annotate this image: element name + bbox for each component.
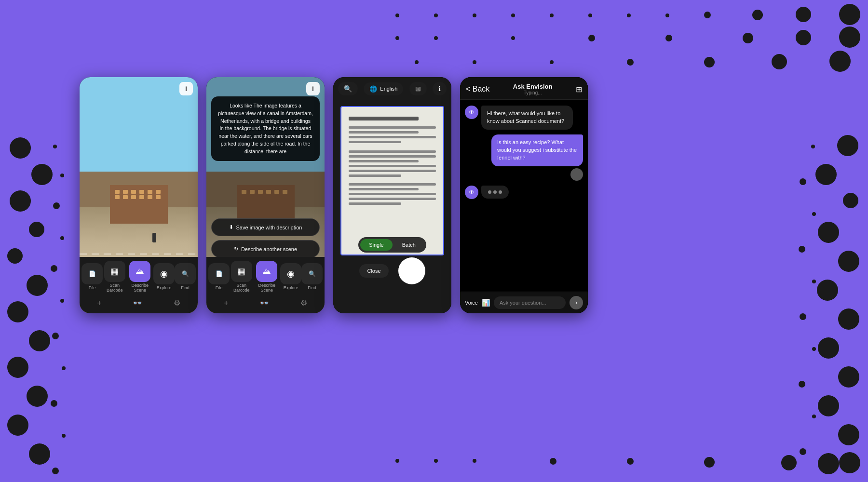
doc-line-4 <box>349 141 401 143</box>
typing-indicator: Typing... <box>489 90 576 95</box>
chat-input-field[interactable]: Ask your question... <box>494 296 566 309</box>
chat-app-title: Ask Envision <box>489 83 576 90</box>
typing-dot-2 <box>493 190 497 194</box>
settings-icon[interactable]: ⚙ <box>174 298 180 308</box>
doc-title-line <box>349 117 419 120</box>
phone4-content: < Back Ask Envision Typing... ⊞ 👁 Hi the… <box>460 77 588 313</box>
scan-icon-box[interactable]: ▦ <box>104 261 125 282</box>
file-icon-box[interactable]: 📄 <box>81 263 103 284</box>
phone3-content: 🔍 🌐 English ⊞ ℹ <box>333 77 451 313</box>
shutter-row: Close <box>359 257 425 284</box>
batch-mode-btn[interactable]: Batch <box>393 239 424 251</box>
chat-messages-area: 👁 Hi there, what would you like to know … <box>460 100 588 292</box>
language-button[interactable]: 🌐 English <box>364 82 403 95</box>
add-icon-2[interactable]: + <box>224 299 228 308</box>
building-windows <box>115 190 163 199</box>
received-bubble-1: Hi there, what would you like to know ab… <box>481 106 573 130</box>
nav-icons: 📄 File ▦ Scan Barcode ⛰ Describe Scene ◉… <box>81 261 196 293</box>
voice-wave-icon[interactable]: 📊 <box>482 299 490 307</box>
doc-line-13 <box>349 193 436 195</box>
add-icon[interactable]: + <box>97 299 101 308</box>
describe-label: Describe Scene <box>126 283 153 293</box>
explore-icon-box[interactable]: ◉ <box>153 263 175 284</box>
explore-lbl-2: Explore <box>284 285 298 290</box>
user-avatar <box>570 168 583 181</box>
phones-showcase: i 📄 File ▦ Scan Barcode ⛰ Describe Scene <box>80 77 588 313</box>
describe-another-button[interactable]: ↻ Describe another scene <box>211 240 320 258</box>
scan-lbl-2: Scan Barcode <box>230 283 253 293</box>
nav2-scan[interactable]: ▦ Scan Barcode <box>230 261 253 293</box>
nav2-find[interactable]: 🔍 Find <box>301 263 323 290</box>
find-lbl-2: Find <box>308 285 316 290</box>
back-button[interactable]: < Back <box>466 85 489 94</box>
nav2-file[interactable]: 📄 File <box>208 263 230 290</box>
phone-2-description: i Looks like The image features a pictur… <box>206 77 325 313</box>
building-element <box>110 185 168 224</box>
find-icon-2[interactable]: 🔍 <box>301 263 323 284</box>
describe-icon-box[interactable]: ⛰ <box>129 261 150 282</box>
typing-row: 👁 <box>465 186 583 199</box>
chat-settings-button[interactable]: ⊞ <box>576 85 582 94</box>
doc-line-6 <box>349 155 436 158</box>
close-camera-btn[interactable]: Close <box>359 264 388 278</box>
doc-line-7 <box>349 160 419 162</box>
globe-icon: 🌐 <box>369 85 377 93</box>
single-mode-btn[interactable]: Single <box>360 239 393 251</box>
scan-label: Scan Barcode <box>103 283 126 293</box>
info-button-2[interactable]: i <box>306 82 320 95</box>
scanner-bottom-controls: Single Batch Close <box>333 237 451 284</box>
filter-button[interactable]: ⊞ <box>409 82 427 95</box>
glasses-icon[interactable]: 👓 <box>133 298 142 308</box>
action-buttons: ⬇ Save image with description ↻ Describe… <box>211 218 320 258</box>
nav-item-find[interactable]: 🔍 Find <box>175 263 196 290</box>
file-lbl-2: File <box>216 285 223 290</box>
filter-icon: ⊞ <box>415 85 421 93</box>
zoom-icon: 🔍 <box>344 85 352 93</box>
nav-icons-2: 📄 File ▦ Scan Barcode ⛰ Describe Scene ◉… <box>208 261 323 293</box>
nav-item-explore[interactable]: ◉ Explore <box>153 263 175 290</box>
document-preview <box>340 106 444 255</box>
save-label: Save image with description <box>236 225 302 230</box>
nav-item-describe[interactable]: ⛰ Describe Scene <box>126 261 153 293</box>
doc-line-15 <box>349 202 401 205</box>
refresh-icon: ↻ <box>234 246 238 252</box>
info-button-3[interactable]: ℹ <box>433 82 447 95</box>
describe-lbl-2: Describe Scene <box>253 283 280 293</box>
bottom-sys-icons-2: + 👓 ⚙ <box>208 295 323 308</box>
person-figure <box>152 233 156 242</box>
describe-icon-2[interactable]: ⛰ <box>256 261 277 282</box>
zoom-button[interactable]: 🔍 <box>338 82 358 95</box>
nav-item-scan[interactable]: ▦ Scan Barcode <box>103 261 126 293</box>
nav2-explore[interactable]: ◉ Explore <box>280 263 301 290</box>
shutter-button[interactable] <box>398 257 425 284</box>
glasses-icon-2[interactable]: 👓 <box>259 298 269 308</box>
typing-dot-3 <box>499 190 502 194</box>
nav-item-file[interactable]: 📄 File <box>81 263 103 290</box>
typing-dot-1 <box>488 190 491 194</box>
nav2-describe[interactable]: ⛰ Describe Scene <box>253 261 280 293</box>
file-icon-2[interactable]: 📄 <box>208 263 230 284</box>
doc-line-11 <box>349 183 436 186</box>
doc-text-content <box>341 107 443 217</box>
find-icon-box[interactable]: 🔍 <box>175 263 196 284</box>
save-image-button[interactable]: ⬇ Save image with description <box>211 218 320 236</box>
bottom-system-icons: + 👓 ⚙ <box>81 295 196 308</box>
scanner-top-bar: 🔍 🌐 English ⊞ ℹ <box>333 82 451 95</box>
sent-bubble-1: Is this an easy recipe? What would you s… <box>491 134 583 166</box>
doc-line-8 <box>349 165 436 167</box>
user-message-1: Is this an easy recipe? What would you s… <box>465 134 583 181</box>
file-label: File <box>89 285 96 290</box>
scan-icon-2[interactable]: ▦ <box>231 261 252 282</box>
send-button[interactable]: › <box>570 296 583 309</box>
settings-icon-2[interactable]: ⚙ <box>300 298 307 308</box>
info-button[interactable]: i <box>179 82 193 95</box>
explore-icon-2[interactable]: ◉ <box>280 263 301 284</box>
download-icon: ⬇ <box>229 224 233 230</box>
road-marking <box>80 254 198 254</box>
doc-line-10 <box>349 174 401 177</box>
phone1-nav: 📄 File ▦ Scan Barcode ⛰ Describe Scene ◉… <box>80 257 198 313</box>
doc-line-9 <box>349 170 436 172</box>
language-label: English <box>380 86 397 92</box>
phone-3-document: 🔍 🌐 English ⊞ ℹ <box>333 77 451 313</box>
doc-line-2 <box>349 131 419 134</box>
